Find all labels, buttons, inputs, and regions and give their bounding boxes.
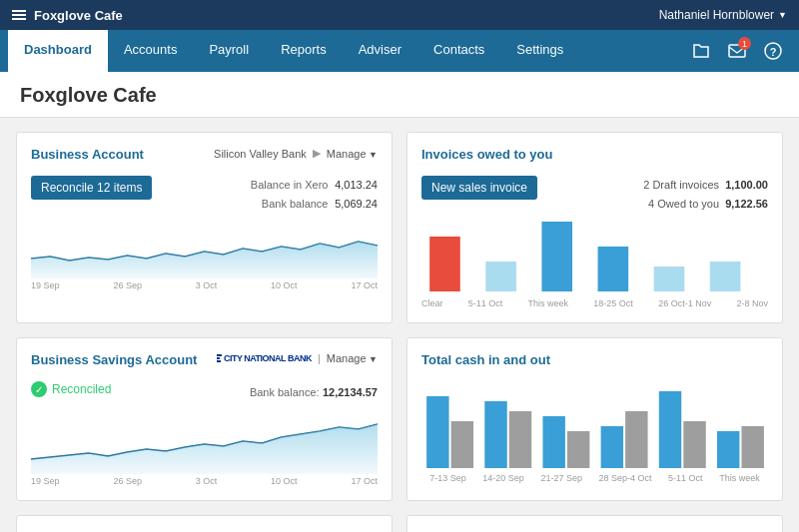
nav-bar: Dashboard Accounts Payroll Reports Advis… — [0, 30, 799, 72]
bank-balance-label: Bank balance — [262, 198, 329, 210]
page-title: Foxglove Cafe — [20, 84, 779, 107]
owed-invoices-label: 4 Owed to you — [648, 198, 719, 210]
svg-text:?: ? — [770, 46, 777, 58]
bills-card: Bills you need to pay New bill 2 Draft b… — [406, 515, 783, 532]
hamburger-icon[interactable] — [12, 10, 26, 20]
user-menu[interactable]: Nathaniel Hornblower ▼ — [659, 8, 787, 22]
chevron-down-icon: ▼ — [778, 10, 787, 20]
svg-rect-14 — [567, 431, 589, 468]
business-account-balance: Balance in Xero 4,013.24 Bank balance 5,… — [251, 176, 378, 214]
xero-balance-value: 4,013.24 — [335, 179, 378, 191]
savings-header-right: CITY NATIONAL BANK | Manage — [217, 352, 378, 364]
svg-rect-4 — [485, 262, 516, 291]
nav-item-settings[interactable]: Settings — [500, 30, 579, 72]
svg-rect-7 — [654, 266, 685, 291]
business-account-title: Business Account — [31, 147, 144, 162]
savings-balance: Bank balance: 12,2134.57 — [250, 385, 378, 399]
invoices-owed-title: Invoices owed to you — [421, 147, 552, 162]
business-account-body: Reconcile 12 items Balance in Xero 4,013… — [31, 176, 378, 214]
invoices-chart-labels: Clear 5-11 Oct This week 18-25 Oct 26 Oc… — [421, 298, 768, 308]
messages-icon-btn[interactable]: 1 — [723, 37, 751, 65]
invoices-owed-card: Invoices owed to you New sales invoice 2… — [406, 132, 783, 323]
svg-rect-11 — [484, 401, 506, 468]
total-cash-card: Total cash in and out — [406, 337, 783, 501]
expense-claims-card: Expense claims New receipt Your current … — [16, 515, 393, 532]
nav-item-accounts[interactable]: Accounts — [108, 30, 193, 72]
check-circle-icon: ✓ — [31, 381, 47, 397]
message-badge: 1 — [738, 37, 751, 50]
svg-rect-17 — [659, 391, 681, 468]
total-cash-chart — [421, 381, 768, 471]
nav-item-contacts[interactable]: Contacts — [417, 30, 500, 72]
draft-invoices-label: 2 Draft invoices — [643, 179, 719, 191]
reconciled-badge: ✓ Reconciled — [31, 381, 111, 397]
cnb-text: CITY NATIONAL BANK — [224, 353, 312, 363]
cnb-line-2 — [217, 357, 220, 359]
svg-rect-13 — [542, 416, 564, 468]
reconcile-button[interactable]: Reconcile 12 items — [31, 176, 152, 200]
files-icon-btn[interactable] — [687, 37, 715, 65]
invoices-owed-body: New sales invoice 2 Draft invoices 1,100… — [421, 176, 768, 213]
bank-balance-value: 5,069.24 — [335, 198, 378, 210]
savings-chart-labels: 19 Sep 26 Sep 3 Oct 10 Oct 17 Oct — [31, 476, 378, 486]
savings-balance-value: 12,2134.57 — [323, 386, 378, 398]
app-logo: Foxglove Cafe — [34, 8, 123, 23]
help-icon-btn[interactable]: ? — [759, 37, 787, 65]
xero-balance-label: Balance in Xero — [251, 179, 329, 191]
business-account-card: Business Account Silicon Valley Bank ▶ M… — [16, 132, 393, 323]
svg-rect-18 — [683, 421, 705, 468]
new-invoice-button[interactable]: New sales invoice — [421, 176, 537, 200]
svg-rect-8 — [710, 262, 741, 291]
invoices-owed-header: Invoices owed to you — [421, 147, 768, 170]
business-account-chart-labels: 19 Sep 26 Sep 3 Oct 10 Oct 17 Oct — [31, 280, 378, 290]
savings-chart — [31, 409, 378, 474]
app-name: Foxglove Cafe — [34, 8, 123, 23]
user-name: Nathaniel Hornblower — [659, 8, 774, 22]
total-cash-labels: 7-13 Sep 14-20 Sep 21-27 Sep 28 Sep-4 Oc… — [421, 473, 768, 483]
svg-rect-19 — [717, 431, 739, 468]
top-bar: Foxglove Cafe Nathaniel Hornblower ▼ — [0, 0, 799, 30]
nav-right: 1 ? — [687, 30, 791, 72]
svg-rect-6 — [598, 247, 629, 291]
dashboard-content: Business Account Silicon Valley Bank ▶ M… — [0, 118, 799, 532]
svg-rect-5 — [541, 222, 572, 291]
svg-rect-3 — [429, 237, 460, 291]
dashboard-grid: Business Account Silicon Valley Bank ▶ M… — [16, 132, 783, 532]
svg-rect-12 — [509, 411, 531, 468]
svg-rect-10 — [451, 421, 473, 468]
nav-item-adviser[interactable]: Adviser — [343, 30, 417, 72]
cnb-logo: CITY NATIONAL BANK — [217, 353, 312, 363]
svg-rect-20 — [741, 426, 763, 468]
business-account-header-right: Silicon Valley Bank ▶ Manage — [214, 147, 378, 160]
nav-item-reports[interactable]: Reports — [265, 30, 343, 72]
svg-rect-16 — [625, 411, 647, 468]
total-cash-header: Total cash in and out — [421, 352, 768, 375]
business-account-chart — [31, 214, 378, 278]
savings-balance-label: Bank balance: — [250, 386, 320, 398]
business-account-header: Business Account Silicon Valley Bank ▶ M… — [31, 147, 378, 170]
page-title-bar: Foxglove Cafe — [0, 72, 799, 118]
savings-account-title: Business Savings Account — [31, 352, 197, 367]
business-account-bank: Silicon Valley Bank — [214, 148, 307, 160]
svg-rect-15 — [601, 426, 623, 468]
invoices-bar-chart — [421, 217, 768, 296]
savings-body: ✓ Reconciled Bank balance: 12,2134.57 — [31, 381, 378, 403]
business-account-manage[interactable]: Manage — [327, 148, 378, 160]
reconciled-label: Reconciled — [52, 382, 111, 396]
cnb-lines — [217, 354, 222, 362]
top-bar-left: Foxglove Cafe — [12, 8, 123, 23]
nav-item-dashboard[interactable]: Dashboard — [8, 30, 108, 72]
total-cash-title: Total cash in and out — [421, 352, 550, 367]
top-bar-right: Nathaniel Hornblower ▼ — [659, 8, 787, 22]
svg-rect-9 — [426, 396, 448, 468]
cnb-line-3 — [217, 360, 221, 362]
nav-item-payroll[interactable]: Payroll — [193, 30, 265, 72]
invoice-actions: New sales invoice — [421, 176, 537, 208]
invoice-stats: 2 Draft invoices 1,100.00 4 Owed to you … — [643, 176, 768, 213]
nav-left: Dashboard Accounts Payroll Reports Advis… — [8, 30, 579, 72]
owed-invoices-amount: 9,122.56 — [725, 198, 768, 210]
savings-account-card: Business Savings Account CITY NATIONAL B… — [16, 337, 393, 501]
draft-invoices-amount: 1,100.00 — [725, 179, 768, 191]
savings-account-header: Business Savings Account CITY NATIONAL B… — [31, 352, 378, 375]
savings-manage[interactable]: Manage — [327, 352, 378, 364]
